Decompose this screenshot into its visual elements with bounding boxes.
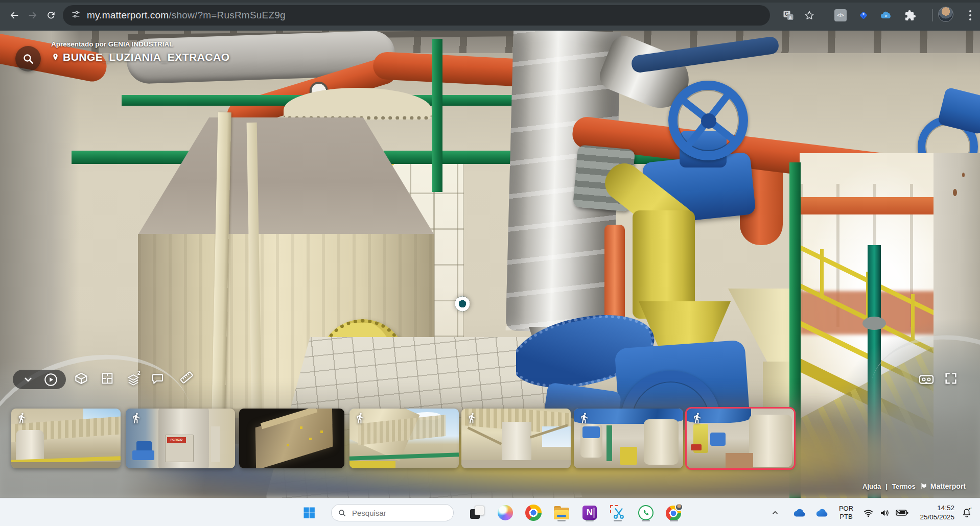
snipping-tool-app-icon[interactable] <box>606 503 629 522</box>
profile-badge <box>675 503 683 511</box>
terms-link[interactable]: Termos <box>892 483 916 490</box>
help-link[interactable]: Ajuda <box>862 483 881 490</box>
matterport-viewer: Apresentado por GENIA INDUSTRIAL BUNGE_L… <box>0 31 980 498</box>
floorplan-view-button[interactable] <box>100 371 115 386</box>
profile-avatar[interactable] <box>938 7 953 21</box>
clock[interactable]: 14:52 25/05/2025 <box>913 504 954 521</box>
fullscreen-button[interactable] <box>943 371 959 386</box>
floors-button[interactable]: 2 <box>126 371 141 386</box>
language-line1: POR <box>839 505 853 513</box>
svg-text:z: z <box>969 507 970 511</box>
language-indicator[interactable]: PORPTB <box>834 503 858 522</box>
footer-separator: | <box>885 483 888 490</box>
bookmark-star-icon[interactable] <box>802 8 817 22</box>
matterport-brand-label: Matterport <box>930 482 966 490</box>
presented-by: Apresentado por GENIA INDUSTRIAL <box>51 40 230 48</box>
vr-button[interactable] <box>919 372 934 387</box>
viewer-footer: Ajuda | Termos Matterport <box>862 482 966 490</box>
matterport-logo-icon <box>920 482 928 490</box>
whatsapp-app-icon[interactable] <box>635 503 657 522</box>
onedrive-icon[interactable] <box>789 503 809 522</box>
url-path: /show/?m=RusRmSuEZ9g <box>169 10 285 20</box>
chrome-profile-app-icon[interactable] <box>663 503 685 522</box>
toolbar-divider <box>932 9 933 21</box>
walk-icon <box>130 412 142 424</box>
thumbnail-dollhouse-3[interactable] <box>239 409 344 468</box>
code-extension-icon[interactable]: </> <box>833 8 848 22</box>
windows-logo-icon <box>302 506 316 520</box>
walk-icon <box>466 412 478 424</box>
hidden-icons-chevron[interactable] <box>766 503 784 522</box>
thumbnail-strip: PERIGO <box>0 409 980 470</box>
thumbnail-pano-2[interactable]: PERIGO <box>126 409 235 468</box>
onenote-app-icon[interactable]: N <box>578 503 601 522</box>
notification-bell-icon[interactable]: zz <box>956 503 977 522</box>
taskbar: N <box>0 498 980 526</box>
wifi-icon[interactable] <box>859 503 877 522</box>
start-button[interactable] <box>298 503 320 522</box>
matterport-brand[interactable]: Matterport <box>920 482 966 490</box>
url-host: my.matterport.com <box>87 10 169 20</box>
location-pin-icon <box>51 52 60 62</box>
thumbnail-pano-4[interactable] <box>349 409 459 468</box>
desktops-app-icon[interactable] <box>466 503 488 522</box>
onedrive-icon-2[interactable] <box>811 503 832 522</box>
clock-date: 25/05/2025 <box>913 513 954 522</box>
floors-badge: 2 <box>137 371 141 376</box>
tag-extension-icon[interactable] <box>856 8 871 22</box>
back-button[interactable] <box>7 8 22 23</box>
comments-button[interactable] <box>150 371 165 386</box>
play-button[interactable] <box>43 372 58 387</box>
walk-icon <box>16 412 28 424</box>
menu-kebab-icon[interactable] <box>963 8 978 22</box>
walk-icon <box>578 412 590 424</box>
forward-arrow-icon <box>27 10 38 21</box>
browser-toolbar: my.matterport.com/show/?m=RusRmSuEZ9g Ga… <box>0 0 980 31</box>
copilot-app-icon[interactable] <box>494 503 517 522</box>
thumbnail-pano-7-selected[interactable] <box>687 409 794 468</box>
refresh-icon <box>46 10 56 20</box>
volume-icon[interactable] <box>876 503 893 522</box>
search-button[interactable] <box>15 46 41 71</box>
svg-text:a: a <box>789 15 791 20</box>
thumbnail-pano-5[interactable] <box>461 409 571 468</box>
clock-time: 14:52 <box>913 504 954 513</box>
search-icon <box>338 509 346 517</box>
screen: my.matterport.com/show/?m=RusRmSuEZ9g Ga… <box>0 0 980 526</box>
thumbnail-pano-6[interactable] <box>574 409 683 468</box>
salesforce-extension-icon[interactable]: sf <box>878 8 894 22</box>
battery-charging-icon[interactable] <box>892 503 912 522</box>
dollhouse-view-button[interactable] <box>74 371 89 386</box>
svg-text:z: z <box>970 507 972 510</box>
space-title: BUNGE_LUZIANIA_EXTRACAO <box>63 51 230 63</box>
perigo-sign: PERIGO <box>167 437 185 443</box>
chrome-app-icon[interactable] <box>522 503 545 522</box>
file-explorer-app-icon[interactable] <box>550 503 573 522</box>
svg-text:sf: sf <box>885 15 888 17</box>
controls-pill <box>13 370 66 389</box>
waypoint-marker[interactable] <box>455 296 470 312</box>
back-arrow-icon <box>9 10 20 21</box>
extensions-puzzle-icon[interactable] <box>902 8 918 22</box>
thumbnail-pano-1[interactable] <box>11 409 121 468</box>
site-settings-icon[interactable] <box>71 10 81 21</box>
language-line2: PTB <box>839 513 853 521</box>
measure-button[interactable] <box>179 370 194 385</box>
space-header: Apresentado por GENIA INDUSTRIAL BUNGE_L… <box>51 40 230 63</box>
walk-icon <box>691 412 703 424</box>
search-input[interactable] <box>351 508 438 518</box>
url-bar[interactable]: my.matterport.com/show/?m=RusRmSuEZ9g <box>63 5 770 26</box>
refresh-button[interactable] <box>43 8 59 23</box>
walk-icon <box>354 412 366 424</box>
search-icon <box>22 53 34 65</box>
collapse-chevron-button[interactable] <box>20 372 36 387</box>
taskbar-search[interactable] <box>331 504 454 521</box>
translate-icon[interactable]: Ga <box>781 8 796 22</box>
forward-button[interactable] <box>25 8 40 23</box>
